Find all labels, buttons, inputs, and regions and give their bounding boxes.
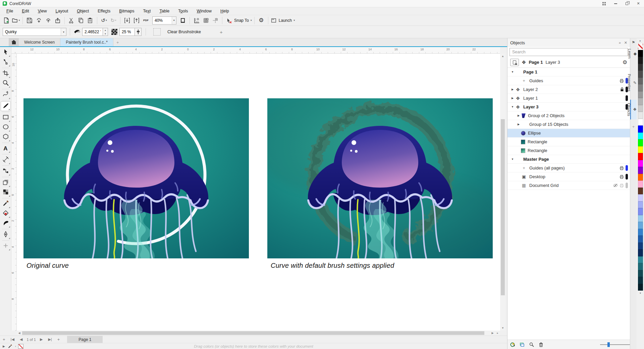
printer-icon[interactable]	[620, 79, 624, 83]
tree-group-15[interactable]: ▶ Group of 15 Objects	[507, 120, 630, 129]
color-swatch[interactable]	[638, 284, 643, 291]
page-1-tab[interactable]: Page 1	[67, 336, 103, 343]
color-swatch[interactable]	[638, 105, 643, 112]
docker-options-button[interactable]: ⚙	[623, 59, 627, 65]
full-screen-preview-button[interactable]	[178, 16, 187, 25]
add-page-after-button[interactable]: +	[55, 337, 63, 342]
menu-effects[interactable]: Effects	[93, 8, 115, 14]
color-swatch[interactable]	[638, 84, 643, 91]
artwork-brushed-curve[interactable]	[267, 98, 493, 258]
maximize-button[interactable]	[621, 0, 633, 7]
expander-icon[interactable]: ▼	[510, 70, 515, 73]
tree-document-grid[interactable]: Document Grid	[507, 181, 630, 190]
open-palette-button[interactable]	[520, 342, 525, 347]
color-swatch[interactable]	[638, 277, 643, 284]
rectangle-tool[interactable]	[1, 113, 11, 122]
transparency-tool[interactable]	[1, 188, 11, 197]
freehand-tool[interactable]	[1, 90, 11, 100]
tree-layer-3[interactable]: ▼ Layer 3	[507, 103, 630, 111]
transparency-input[interactable]	[120, 30, 135, 34]
color-swatch[interactable]	[638, 146, 643, 153]
tab-objects[interactable]: ❖ Objects	[630, 100, 637, 119]
color-swatch[interactable]	[638, 229, 643, 236]
expander-icon[interactable]: ▶	[510, 97, 515, 100]
tree-page-1[interactable]: ▼ Page 1	[507, 68, 630, 77]
color-swatch[interactable]	[638, 249, 643, 256]
smear-tool[interactable]	[1, 218, 11, 228]
new-palette-button[interactable]	[510, 342, 516, 347]
brush-style-dropdown-button[interactable]: ▾	[61, 28, 66, 36]
save-button[interactable]	[25, 16, 34, 25]
outline-pen-tool[interactable]	[1, 230, 11, 240]
tree-master-page[interactable]: ▼ Master Page	[507, 155, 630, 164]
transparency-slider-button[interactable]	[135, 28, 142, 36]
tree-layer-1[interactable]: ▶ Layer 1	[507, 94, 630, 103]
zoom-dropdown-button[interactable]: ▾	[172, 17, 176, 24]
menu-bitmaps[interactable]: Bitmaps	[115, 8, 139, 14]
color-swatch[interactable]	[638, 78, 643, 85]
color-swatch[interactable]	[638, 91, 643, 98]
horizontal-scroll-thumb[interactable]	[22, 331, 484, 335]
previous-page-button[interactable]: ◀	[17, 337, 25, 342]
tree-guides-all[interactable]: Guides (all pages)	[507, 164, 630, 172]
show-objects-button[interactable]	[510, 59, 519, 66]
color-swatch[interactable]	[638, 201, 643, 208]
add-brushstroke-button[interactable]: +	[216, 29, 226, 36]
tree-ellipse[interactable]: Ellipse	[507, 129, 630, 138]
export-button[interactable]	[132, 16, 141, 25]
scroll-up-button[interactable]: ▲	[500, 54, 505, 59]
text-tool[interactable]: A	[1, 144, 11, 153]
clear-brushstroke-button[interactable]: Clear Brushstroke	[164, 28, 204, 36]
ellipse-tool[interactable]	[1, 122, 11, 132]
tree-rectangle-1[interactable]: Rectangle	[507, 138, 630, 146]
brushstroke-list-combo[interactable]: ▾	[3, 28, 66, 36]
caption-brushed-curve[interactable]: Curve with default brush settings applie…	[271, 262, 394, 269]
scroll-left-button[interactable]: ◀	[17, 331, 22, 336]
color-swatch[interactable]	[638, 236, 643, 243]
connector-tool[interactable]	[1, 166, 11, 176]
caption-original-curve[interactable]: Original curve	[26, 262, 69, 269]
color-swatch[interactable]	[638, 222, 643, 229]
undo-button[interactable]: ↺▾	[100, 16, 108, 25]
menu-layout[interactable]: Layout	[51, 8, 73, 14]
pick-tool[interactable]	[1, 48, 11, 57]
color-swatch[interactable]	[638, 153, 643, 160]
drawing-canvas[interactable]: Original curve Curve with default brush …	[17, 54, 500, 331]
layer-color-indicator[interactable]	[626, 183, 628, 188]
bookmark-icon[interactable]: ⚑	[632, 38, 635, 45]
search-input[interactable]	[509, 48, 628, 56]
menu-window[interactable]: Window	[192, 8, 216, 14]
tree-group-2[interactable]: ▶ Group of 2 Objects	[507, 111, 630, 120]
find-object-button[interactable]	[529, 342, 534, 347]
home-tab-button[interactable]	[9, 38, 19, 46]
brush-style-input[interactable]	[3, 30, 61, 34]
expander-icon[interactable]: ▶	[510, 88, 515, 91]
horizontal-scrollbar[interactable]: ◀ ▶ ▸	[17, 331, 500, 336]
tree-rectangle-2[interactable]: Rectangle	[507, 146, 630, 155]
save-to-cloud-button[interactable]	[44, 16, 53, 25]
delete-object-button[interactable]	[538, 342, 544, 347]
vertical-scroll-thumb[interactable]	[501, 119, 505, 295]
nib-size-field[interactable]	[82, 28, 103, 36]
publish-button[interactable]	[53, 16, 62, 25]
zoom-tool[interactable]	[1, 79, 11, 88]
color-swatch[interactable]	[638, 139, 643, 146]
color-swatch[interactable]	[638, 188, 643, 195]
expander-icon[interactable]: ▼	[510, 105, 515, 108]
color-swatch[interactable]	[638, 119, 643, 126]
next-page-button[interactable]: ▶	[37, 337, 45, 342]
color-swatch[interactable]	[638, 70, 643, 78]
tab-learn[interactable]: ◆ Learn	[630, 45, 637, 62]
tree-layer-2[interactable]: ▶ Layer 2	[507, 85, 630, 94]
scroll-right-button[interactable]: ▶	[490, 331, 495, 336]
workspace-button[interactable]	[598, 0, 610, 7]
transparency-field[interactable]	[119, 28, 135, 36]
printer-icon[interactable]	[620, 166, 624, 170]
palette-flyout-button[interactable]: ▸	[640, 38, 641, 43]
customize-toolbox-button[interactable]	[1, 241, 11, 251]
zoom-levels-combo[interactable]: ▾	[152, 16, 176, 24]
color-swatch[interactable]	[638, 64, 643, 71]
menu-tools[interactable]: Tools	[174, 8, 192, 14]
snap-to-button[interactable]: Snap To▾	[234, 16, 252, 25]
minimize-button[interactable]	[610, 0, 621, 7]
